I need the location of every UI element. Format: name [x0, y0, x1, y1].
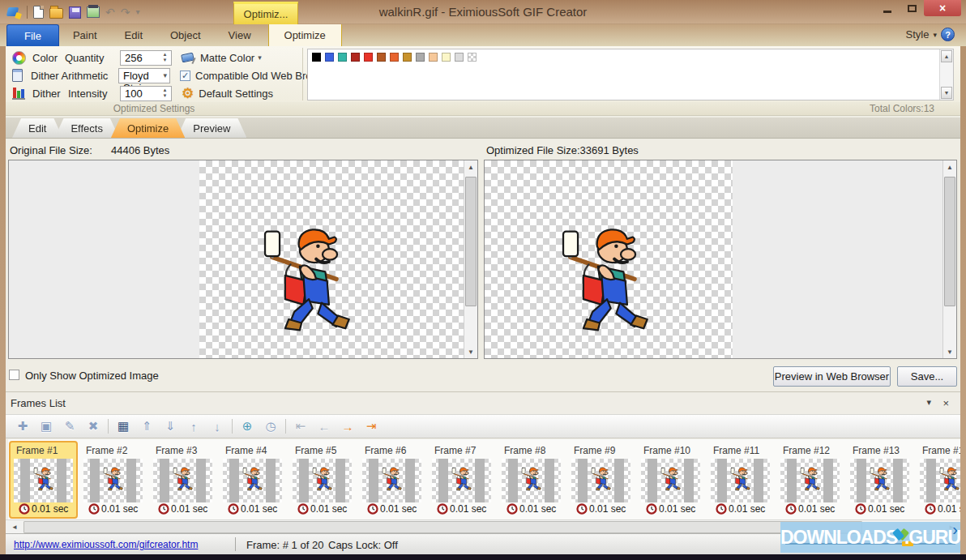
frame-properties-icon[interactable]: ▦: [114, 417, 132, 435]
palette-swatch[interactable]: [338, 53, 347, 62]
insert-frame-icon[interactable]: ▣: [37, 417, 55, 435]
frame-item[interactable]: Frame #7 0.01 sec: [427, 441, 496, 519]
frame-item[interactable]: Frame #12 0.01 sec: [776, 441, 844, 519]
default-settings-button[interactable]: Default Settings: [199, 88, 273, 100]
spinner-arrows[interactable]: ▲▼: [160, 87, 170, 100]
palette-swatch[interactable]: [416, 53, 425, 62]
color-quantity-spinner[interactable]: 256 ▲▼: [120, 50, 172, 66]
frames-toolbar-icon[interactable]: [108, 419, 109, 434]
palette-swatch[interactable]: [429, 53, 438, 62]
only-show-optimized-checkbox[interactable]: [9, 370, 19, 380]
painter-sprite-small: [381, 465, 404, 494]
downloads-guru-watermark[interactable]: DOWNLOADS .GURU ›: [780, 522, 960, 553]
style-dropdown[interactable]: Style ▾ ?: [906, 28, 955, 41]
palette-swatch[interactable]: [312, 53, 321, 62]
panel-collapse-icon[interactable]: ▾: [926, 398, 931, 407]
palette-swatch[interactable]: [325, 53, 334, 62]
close-button[interactable]: ×: [924, 0, 961, 16]
document-tab[interactable]: Preview: [177, 118, 246, 138]
contextual-tab-optimize[interactable]: Optimiz...: [233, 2, 298, 24]
loop-globe-icon[interactable]: ⊕: [238, 417, 256, 435]
save-file-icon[interactable]: [69, 6, 81, 19]
redo-icon[interactable]: ↷: [121, 6, 130, 18]
edit-frame-icon[interactable]: ✎: [61, 417, 79, 435]
save-button[interactable]: Save...: [897, 366, 957, 387]
next-frame-icon[interactable]: →: [339, 417, 357, 435]
copy-frame-icon[interactable]: ⇑: [138, 417, 156, 435]
palette-swatch[interactable]: [377, 53, 386, 62]
open-file-icon[interactable]: [49, 8, 63, 19]
scroll-down-icon[interactable]: ▼: [464, 345, 477, 358]
frame-item[interactable]: Frame #6 0.01 sec: [357, 441, 426, 519]
new-file-icon[interactable]: [33, 6, 44, 19]
help-icon[interactable]: ?: [941, 28, 955, 41]
frame-item[interactable]: Frame #9 0.01 sec: [566, 441, 635, 519]
ribbon-tab[interactable]: Optimize: [268, 24, 342, 46]
scroll-up-icon[interactable]: ▲: [464, 160, 477, 173]
frame-item[interactable]: Frame #1 0.01 sec: [9, 441, 78, 519]
minimize-button[interactable]: [875, 0, 900, 16]
spinner-arrows[interactable]: ▲▼: [160, 51, 170, 65]
vertical-scrollbar[interactable]: ▲ ▼: [942, 160, 956, 358]
frames-toolbar-icon[interactable]: [232, 419, 233, 434]
frames-toolbar-icon[interactable]: [285, 419, 286, 434]
vertical-scrollbar[interactable]: ▲ ▼: [464, 160, 477, 358]
window-controls: ×: [875, 0, 961, 16]
frame-item[interactable]: Frame #2 0.01 sec: [79, 441, 147, 519]
prev-frame-icon[interactable]: ←: [315, 417, 333, 435]
scrollbar-thumb[interactable]: [24, 521, 862, 533]
panel-close-icon[interactable]: ×: [942, 398, 949, 408]
frame-item[interactable]: Frame #8 0.01 sec: [497, 441, 566, 519]
first-frame-icon[interactable]: ⇤: [292, 417, 310, 435]
paste-frame-icon[interactable]: ⇓: [161, 417, 179, 435]
scroll-up-icon[interactable]: ▲: [941, 50, 952, 62]
website-link[interactable]: http://www.eximioussoft.com/gifcreator.h…: [14, 539, 198, 550]
frame-item[interactable]: Frame #5 0.01 sec: [288, 441, 357, 519]
ribbon-tab[interactable]: Paint: [59, 24, 111, 46]
dither-intensity-spinner[interactable]: 100 ▲▼: [120, 86, 172, 101]
move-frame-up-icon[interactable]: ↑: [185, 417, 203, 435]
scroll-down-icon[interactable]: ▼: [941, 87, 952, 99]
palette-swatch[interactable]: [442, 53, 451, 62]
scroll-up-icon[interactable]: ▲: [943, 160, 956, 173]
ribbon-tab[interactable]: View: [215, 24, 265, 46]
add-frame-icon[interactable]: ✚: [14, 417, 32, 435]
ribbon-tab[interactable]: Object: [156, 24, 215, 46]
move-frame-down-icon[interactable]: ↓: [208, 417, 226, 435]
frame-item[interactable]: Frame #10 0.01 sec: [636, 441, 705, 519]
frame-label: Frame #6: [365, 445, 406, 456]
delay-clock-icon[interactable]: ◷: [262, 417, 280, 435]
undo-icon[interactable]: ↶: [105, 6, 115, 18]
maximize-button[interactable]: [900, 0, 924, 16]
scrollbar-thumb[interactable]: [465, 177, 477, 306]
palette-swatch[interactable]: [351, 53, 360, 62]
frame-item[interactable]: Frame #4 0.01 sec: [218, 441, 287, 519]
frame-item[interactable]: Frame #13 0.01 sec: [845, 441, 914, 519]
scrollbar-thumb[interactable]: [944, 177, 955, 306]
ribbon-tab[interactable]: File: [6, 24, 59, 46]
matte-color-button[interactable]: Matte Color: [200, 52, 254, 64]
frame-item[interactable]: Frame #11 0.01 sec: [706, 441, 775, 519]
palette-scrollbar[interactable]: ▲ ▼: [939, 49, 953, 100]
scroll-down-icon[interactable]: ▼: [943, 345, 956, 358]
document-tab[interactable]: Optimize: [111, 118, 185, 138]
frame-item[interactable]: Frame #14 0.01 sec: [915, 441, 960, 519]
palette-swatch[interactable]: [455, 53, 464, 62]
preview-in-web-browser-button[interactable]: Preview in Web Browser: [773, 366, 891, 387]
qat-customize-icon[interactable]: ▾: [135, 8, 139, 16]
palette-swatch[interactable]: [364, 53, 373, 62]
last-frame-icon[interactable]: ⇥: [362, 417, 380, 435]
dither-arithmetic-dropdown[interactable]: Floyd Stei ▾: [118, 68, 170, 83]
palette-swatch[interactable]: [403, 53, 412, 62]
palette-swatch[interactable]: [390, 53, 399, 62]
palette-swatch[interactable]: [468, 53, 477, 62]
clock-icon: [855, 503, 866, 515]
scroll-left-icon[interactable]: ◄: [7, 521, 22, 533]
delete-frame-icon[interactable]: ✖: [84, 417, 102, 435]
ribbon-tab[interactable]: Edit: [111, 24, 156, 46]
compatible-checkbox[interactable]: ✓: [180, 71, 190, 81]
document-tab[interactable]: Edit: [12, 118, 62, 138]
frame-item[interactable]: Frame #3 0.01 sec: [148, 441, 217, 519]
export-image-icon[interactable]: [87, 6, 100, 18]
document-tab[interactable]: Effects: [54, 118, 119, 138]
